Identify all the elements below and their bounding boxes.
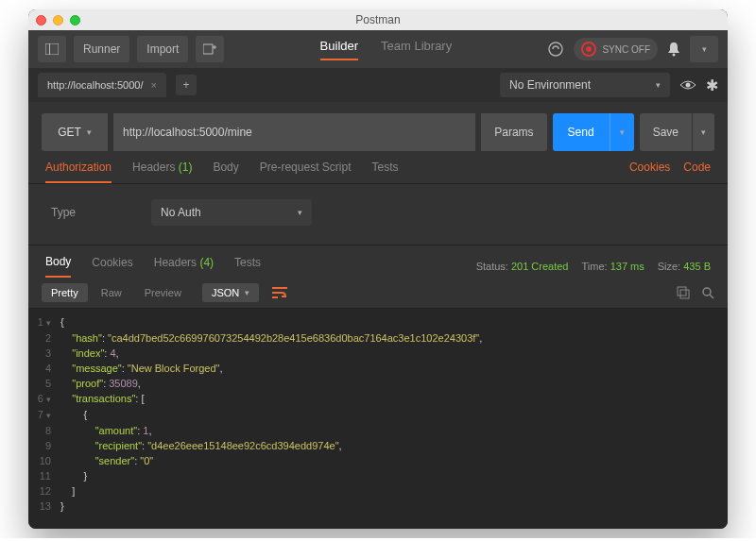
wrap-icon	[272, 287, 287, 298]
view-pretty[interactable]: Pretty	[42, 283, 88, 302]
line-number: 9	[28, 438, 60, 453]
line-content: {	[60, 407, 87, 423]
user-menu-button[interactable]: ▾	[690, 36, 718, 62]
save-dropdown[interactable]: ▾	[692, 113, 714, 151]
environment-preview-button[interactable]	[679, 79, 696, 91]
sidebar-toggle-button[interactable]	[38, 36, 66, 62]
send-dropdown[interactable]: ▾	[610, 113, 634, 151]
resptab-tests[interactable]: Tests	[234, 256, 261, 277]
line-content: {	[60, 314, 64, 330]
request-tab-label: http://localhost:5000/	[47, 79, 144, 91]
save-button[interactable]: Save	[640, 126, 692, 139]
sync-off-toggle[interactable]: SYNC OFF	[574, 38, 658, 60]
code-link[interactable]: Code	[683, 161, 711, 183]
resptab-body[interactable]: Body	[45, 255, 71, 278]
request-tab[interactable]: http://localhost:5000/ ×	[38, 73, 166, 97]
resptab-cookies[interactable]: Cookies	[92, 256, 132, 277]
subtab-prerequest[interactable]: Pre-request Script	[260, 161, 352, 183]
import-button[interactable]: Import	[137, 36, 188, 62]
send-button[interactable]: Send	[553, 126, 610, 139]
line-number: 3	[28, 346, 60, 361]
cookies-link[interactable]: Cookies	[629, 161, 670, 183]
tab-team-library[interactable]: Team Library	[381, 39, 452, 60]
save-group: Save ▾	[640, 113, 714, 151]
http-method-label: GET	[58, 126, 81, 139]
subtab-authorization[interactable]: Authorization	[45, 161, 112, 183]
line-content: "message": "New Block Forged",	[60, 361, 223, 376]
code-line: 1 ▾{	[28, 314, 728, 330]
runner-button[interactable]: Runner	[74, 36, 129, 62]
response-meta: Status: 201 Created Time: 137 ms Size: 4…	[476, 261, 711, 272]
gear-icon: ✱	[706, 77, 718, 93]
copy-response-button[interactable]	[677, 286, 690, 299]
request-subtabs: Authorization Headers (1) Body Pre-reque…	[28, 151, 728, 184]
line-content: "amount": 1,	[60, 423, 152, 438]
line-number: 8	[28, 423, 60, 438]
line-content: "recipient": "d4ee26eee15148ee92c6cd394e…	[60, 438, 342, 453]
chevron-down-icon: ▾	[656, 80, 661, 90]
eye-icon	[679, 79, 696, 91]
chevron-down-icon: ▾	[620, 127, 625, 137]
resptab-headers[interactable]: Headers (4)	[154, 256, 214, 277]
cloud-sync-icon[interactable]	[547, 41, 564, 58]
line-number: 2	[28, 330, 60, 346]
format-label: JSON	[212, 287, 239, 298]
svg-rect-2	[203, 44, 213, 54]
main-toolbar: Runner Import Builder Team Library SYNC …	[28, 30, 728, 68]
line-content: "sender": "0"	[60, 453, 153, 468]
svg-line-14	[710, 295, 713, 298]
response-body-code[interactable]: 1 ▾{2 "hash": "ca4dd7bed52c6699760732544…	[28, 309, 728, 529]
notifications-button[interactable]	[667, 42, 680, 57]
subtab-body[interactable]: Body	[213, 161, 238, 183]
search-icon	[701, 286, 714, 299]
code-line: 4 "message": "New Block Forged",	[28, 361, 728, 376]
svg-point-13	[703, 288, 711, 296]
sidebar-icon	[45, 43, 59, 55]
code-line: 11 }	[28, 468, 728, 483]
code-line: 8 "amount": 1,	[28, 423, 728, 438]
line-content: "transactions": [	[60, 391, 145, 407]
line-number: 11	[28, 468, 60, 483]
auth-type-value: No Auth	[161, 206, 201, 219]
size-value: 435 B	[683, 261, 711, 272]
line-number: 10	[28, 453, 60, 468]
line-content: }	[60, 499, 64, 514]
wrap-lines-button[interactable]	[272, 287, 287, 298]
new-tab-button[interactable]: +	[176, 75, 197, 95]
bell-icon	[667, 42, 680, 57]
code-line: 3 "index": 4,	[28, 346, 728, 361]
search-response-button[interactable]	[701, 286, 714, 299]
line-number: 12	[28, 483, 60, 499]
close-tab-button[interactable]: ×	[151, 79, 157, 91]
line-number: 7 ▾	[28, 407, 60, 423]
url-input[interactable]	[113, 113, 475, 151]
app-window: Postman Runner Import Builder Team Libra…	[28, 9, 728, 529]
code-line: 6 ▾ "transactions": [	[28, 391, 728, 407]
new-window-button[interactable]	[196, 36, 224, 62]
line-content: ]	[60, 483, 75, 499]
environment-select[interactable]: No Environment ▾	[500, 73, 670, 97]
code-line: 12 ]	[28, 483, 728, 499]
line-number: 1 ▾	[28, 314, 60, 330]
line-content: "proof": 35089,	[60, 376, 141, 391]
code-line: 5 "proof": 35089,	[28, 376, 728, 391]
format-select[interactable]: JSON ▾	[202, 283, 259, 302]
line-content: }	[60, 468, 87, 483]
line-content: "hash": "ca4dd7bed52c669976073254492b28e…	[60, 330, 482, 346]
settings-button[interactable]: ✱	[706, 76, 718, 94]
view-preview[interactable]: Preview	[135, 283, 191, 302]
center-tabs: Builder Team Library	[232, 39, 540, 60]
request-bar: GET ▾ Params Send ▾ Save ▾	[42, 113, 714, 151]
auth-type-select[interactable]: No Auth ▾	[151, 199, 312, 226]
http-method-select[interactable]: GET ▾	[42, 113, 108, 151]
subtab-tests[interactable]: Tests	[371, 161, 398, 183]
new-window-icon	[203, 43, 216, 55]
line-number: 13	[28, 499, 60, 514]
response-view-row: Pretty Raw Preview JSON ▾	[28, 278, 728, 309]
line-number: 4	[28, 361, 60, 376]
params-button[interactable]: Params	[481, 113, 546, 151]
tab-builder[interactable]: Builder	[320, 39, 358, 60]
line-number: 5	[28, 376, 60, 391]
view-raw[interactable]: Raw	[92, 283, 131, 302]
subtab-headers[interactable]: Headers (1)	[132, 161, 192, 183]
